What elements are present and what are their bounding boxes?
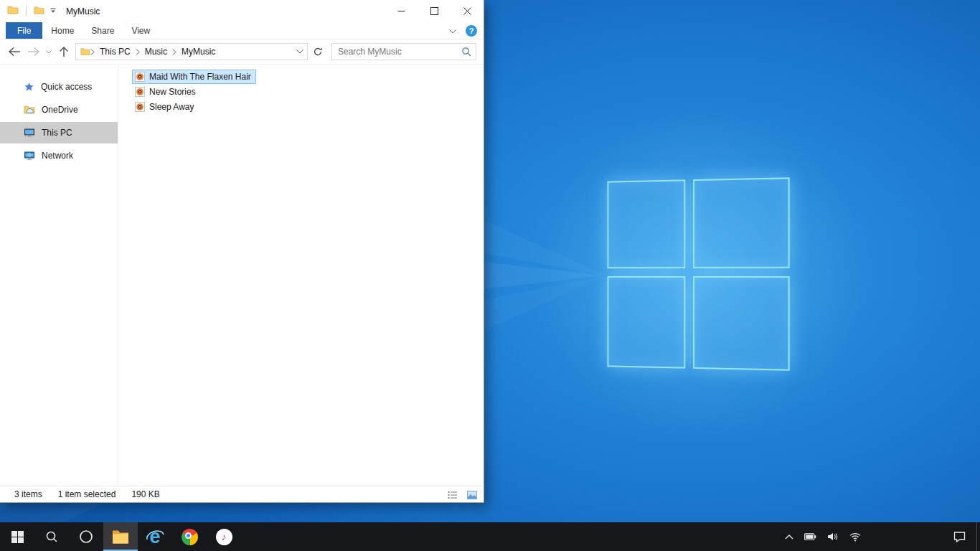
search-box (331, 43, 476, 60)
chrome-center-dot (185, 532, 192, 539)
music-file-icon (134, 86, 146, 98)
windows-logo-pane (607, 276, 685, 369)
back-button[interactable] (4, 42, 24, 62)
chevron-down-icon (296, 50, 303, 54)
explorer-window: MyMusic File Home Share View ? (0, 0, 484, 503)
back-icon (8, 47, 21, 57)
address-folder-icon (80, 47, 90, 57)
chevron-down-icon (449, 29, 456, 34)
breadcrumb-mymusic[interactable]: MyMusic (176, 47, 220, 57)
taskbar-internet-explorer-button[interactable]: e (138, 522, 172, 551)
window-folder-icon[interactable] (7, 4, 19, 18)
search-icon (45, 530, 58, 543)
star-icon (24, 82, 34, 93)
caption-buttons (385, 0, 484, 22)
taskbar-search-button[interactable] (34, 522, 69, 551)
windows-logo (607, 177, 789, 370)
music-file-icon (134, 101, 146, 113)
status-selection: 1 item selected (58, 489, 116, 499)
itunes-icon: ♪ (216, 529, 232, 545)
view-toggles (445, 486, 480, 503)
windows-logo-panes (607, 177, 789, 370)
windows-logo-pane (607, 179, 685, 268)
action-center-button[interactable] (944, 522, 974, 551)
window-body: Quick access OneDrive This PC Network Ma… (0, 65, 484, 486)
taskbar-itunes-button[interactable]: ♪ (207, 522, 241, 551)
sidebar-item-label: Quick access (41, 82, 92, 92)
file-row[interactable]: New Stories (132, 85, 201, 99)
forward-button[interactable] (24, 42, 43, 62)
windows-start-icon (11, 531, 24, 543)
network-button[interactable] (848, 529, 862, 545)
ribbon-expand-button[interactable] (449, 26, 456, 36)
close-icon (463, 7, 471, 15)
wifi-icon (849, 532, 861, 542)
system-tray (783, 522, 862, 551)
sidebar-item-label: Network (42, 151, 73, 161)
minimize-icon (397, 7, 405, 15)
computer-icon (24, 127, 35, 138)
maximize-button[interactable] (418, 0, 451, 22)
refresh-icon (313, 47, 323, 57)
folder-icon (7, 4, 19, 16)
details-view-button[interactable] (445, 488, 461, 501)
titlebar[interactable]: MyMusic (0, 0, 484, 22)
maximize-icon (430, 7, 438, 15)
tray-chevron-up-button[interactable] (783, 531, 795, 542)
file-row[interactable]: Sleep Away (132, 100, 199, 114)
sidebar-item-network[interactable]: Network (0, 145, 118, 166)
sidebar-item-onedrive[interactable]: OneDrive (0, 99, 118, 121)
file-row[interactable]: Maid With The Flaxen Hair (132, 70, 256, 84)
start-button[interactable] (0, 522, 34, 551)
up-icon (59, 46, 69, 57)
onedrive-folder-icon (24, 104, 35, 116)
recent-locations-button[interactable] (43, 42, 54, 62)
music-note-glyph: ♪ (222, 532, 227, 542)
status-items-count: 3 items (14, 489, 42, 499)
sidebar-item-this-pc[interactable]: This PC (0, 122, 118, 143)
cortana-icon (79, 529, 93, 544)
music-file-icon (134, 71, 146, 83)
windows-logo-pane (693, 177, 789, 268)
ie-orbit-icon (145, 527, 165, 546)
tab-share[interactable]: Share (83, 22, 123, 39)
minimize-button[interactable] (385, 0, 418, 22)
details-view-icon (448, 491, 458, 499)
refresh-button[interactable] (308, 43, 327, 60)
battery-status-button[interactable] (803, 530, 818, 544)
forward-icon (27, 47, 40, 57)
sidebar-item-label: OneDrive (42, 105, 78, 115)
volume-button[interactable] (826, 529, 840, 544)
address-dropdown-button[interactable] (293, 50, 307, 54)
show-desktop-button[interactable] (976, 522, 980, 551)
tab-view[interactable]: View (123, 22, 159, 39)
qat-customize-button[interactable] (50, 6, 57, 17)
chevron-up-icon (785, 534, 793, 540)
sidebar-item-quick-access[interactable]: Quick access (0, 76, 118, 98)
file-name: Sleep Away (149, 102, 194, 112)
file-list: Maid With The Flaxen Hair New Stories Sl… (118, 65, 484, 486)
help-button[interactable]: ? (466, 25, 477, 37)
breadcrumb-music[interactable]: Music (140, 47, 172, 57)
file-name: Maid With The Flaxen Hair (149, 72, 251, 82)
thumbnail-view-button[interactable] (464, 488, 480, 501)
breadcrumb-this-pc[interactable]: This PC (95, 47, 136, 57)
ribbon-right-controls: ? (449, 22, 477, 39)
internet-explorer-icon: e (146, 527, 164, 547)
taskbar-chrome-button[interactable] (172, 522, 207, 551)
search-input[interactable] (338, 47, 461, 57)
up-button[interactable] (54, 42, 73, 62)
qat-folder-icon[interactable] (34, 5, 44, 18)
taskbar: e ♪ (0, 522, 980, 551)
cortana-button[interactable] (69, 522, 103, 551)
file-name: New Stories (149, 87, 196, 97)
file-explorer-icon (112, 529, 129, 545)
taskbar-file-explorer-button[interactable] (103, 522, 138, 551)
tab-home[interactable]: Home (42, 22, 83, 39)
quick-access-toolbar (0, 4, 57, 18)
action-center-icon (953, 531, 966, 542)
address-box[interactable]: This PC Music MyMusic (75, 43, 308, 60)
windows-logo-pane (693, 276, 789, 371)
close-button[interactable] (451, 0, 484, 22)
tab-file[interactable]: File (6, 22, 42, 39)
